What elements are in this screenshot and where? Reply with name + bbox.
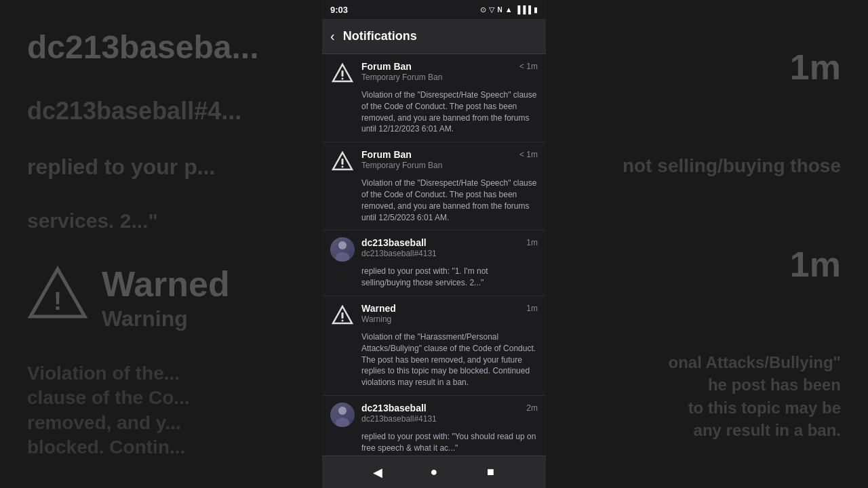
phone-panel: 9:03 ⊙ ▽ N ▲ ▐▐▐ ▮ ‹ Notifications [322,0,546,488]
warning-avatar-1 [330,61,355,85]
wifi-icon: ▲ [505,5,513,14]
notification-item-4[interactable]: Warned 1m Warning Violation of the "Hara… [322,296,546,396]
bg-text-right: 1m not selling/buying those 1m onal Atta… [542,0,854,488]
bg-violation: Violation of the...clause of the Co...re… [27,361,312,460]
user-avatar-3 [330,237,355,262]
bg-line-4: services. 2..." [27,209,312,233]
notification-item-3[interactable]: dc213baseball 1m dc213baseball#4131 repl… [322,230,546,296]
status-bar: 9:03 ⊙ ▽ N ▲ ▐▐▐ ▮ [322,0,546,19]
recents-nav-button[interactable]: ■ [477,459,504,486]
battery-icon: ▮ [534,5,538,14]
notification-item-5[interactable]: dc213baseball 2m dc213baseball#4131 repl… [322,396,546,455]
status-icons: ⊙ ▽ N ▲ ▐▐▐ ▮ [480,5,538,14]
notif-subtitle-1: Temporary Forum Ban [361,73,538,82]
bg-warning: Warning [102,306,230,331]
notif-time-1: < 1m [519,62,538,71]
nav-icon: ▽ [489,5,494,14]
status-time: 9:03 [330,5,348,15]
svg-rect-3 [342,70,344,77]
notif-meta-5: dc213baseball 2m dc213baseball#4131 [361,403,538,424]
notif-time-2: < 1m [519,150,538,159]
bg-right-2: not selling/buying those [556,154,841,178]
svg-point-7 [342,166,344,168]
notif-meta-1: Forum Ban < 1m Temporary Forum Ban [361,61,538,82]
warning-avatar-2 [330,149,355,174]
svg-rect-9 [342,312,344,319]
notif-title-1: Forum Ban [361,61,412,72]
notif-title-5: dc213baseball [361,403,427,413]
notif-meta-4: Warned 1m Warning [361,303,538,324]
notif-subtitle-2: Temporary Forum Ban [361,161,538,170]
notif-body-2: Violation of the "Disrespect/Hate Speech… [330,178,538,223]
signal-icon: ▐▐▐ [515,5,531,14]
notif-meta-3: dc213baseball 1m dc213baseball#4131 [361,237,538,258]
notif-body-1: Violation of the "Disrespect/Hate Speech… [330,89,538,135]
bg-right-1: 1m [556,46,841,88]
header: ‹ Notifications [322,19,546,54]
dot-icon: ⊙ [480,5,486,14]
notif-body-3: replied to your post with: "1. I'm not s… [330,266,538,289]
svg-point-10 [342,319,344,321]
notif-body-5: replied to your post with: "You should r… [330,431,538,454]
home-nav-button[interactable]: ● [420,459,448,486]
notif-body-4: Violation of the "Harassment/Personal At… [330,331,538,388]
bg-right-3: 1m [556,243,841,285]
notif-time-3: 1m [526,238,538,247]
bg-right-4: onal Attacks/Bullying"he post has beento… [556,351,841,442]
notification-item-1[interactable]: Forum Ban < 1m Temporary Forum Ban Viola… [322,54,546,142]
back-nav-button[interactable]: ◀ [364,459,391,486]
notif-time-4: 1m [526,304,538,313]
bg-warning-icon: ! [27,262,88,332]
notif-title-3: dc213baseball [361,237,427,248]
back-button[interactable]: ‹ [330,28,335,44]
bg-line-2: dc213baseball#4... [27,96,312,125]
bg-warned: Warned [102,263,230,305]
notif-title-4: Warned [361,303,396,314]
notif-meta-2: Forum Ban < 1m Temporary Forum Ban [361,149,538,170]
notifications-list[interactable]: Forum Ban < 1m Temporary Forum Ban Viola… [322,54,546,455]
notif-time-5: 2m [526,403,538,413]
user-avatar-5 [330,403,355,427]
notification-item-2[interactable]: Forum Ban < 1m Temporary Forum Ban Viola… [322,142,546,230]
notif-subtitle-3: dc213baseball#4131 [361,249,538,258]
svg-rect-6 [342,159,344,165]
bg-line-3: replied to your p... [27,154,312,180]
warning-avatar-4 [330,303,355,327]
svg-text:!: ! [54,287,62,315]
n-icon: N [497,6,502,14]
page-title: Notifications [343,29,417,43]
bg-text-left: dc213baseba... dc213baseball#4... replie… [14,0,326,488]
notif-subtitle-5: dc213baseball#4131 [361,414,538,424]
svg-point-4 [342,78,344,80]
notif-title-2: Forum Ban [361,149,412,160]
bg-line-1: dc213baseba... [27,28,312,67]
notif-subtitle-4: Warning [361,314,538,324]
bottom-nav: ◀ ● ■ [322,455,546,488]
